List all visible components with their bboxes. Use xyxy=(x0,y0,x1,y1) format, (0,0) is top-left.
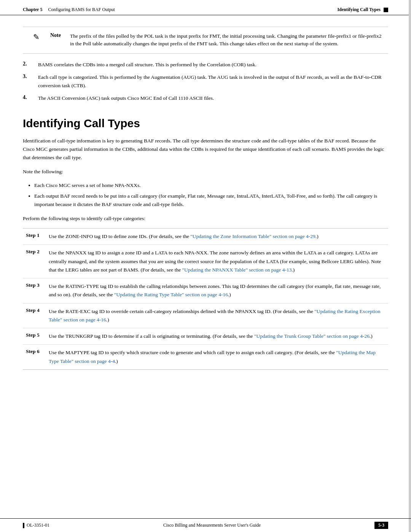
header-chapter-title: Configuring BAMS for BAF Output xyxy=(48,7,115,12)
step-3-link[interactable]: "Updating the Rating Type Table" section… xyxy=(114,292,228,297)
step-2-text-after: .) xyxy=(292,267,295,273)
step-4-content: Use the RATE-EXC tag ID to override cert… xyxy=(49,303,388,328)
item-4-num: 4. xyxy=(23,94,31,101)
step-5-label: Step 5 xyxy=(23,328,49,345)
step-3-label: Step 3 xyxy=(23,278,49,304)
page: Chapter 5 Configuring BAMS for BAF Outpu… xyxy=(0,0,411,532)
step-row-1: Step 1 Use the ZONE-INFO tag ID to defin… xyxy=(23,228,388,245)
step-5-link[interactable]: "Updating the Trunk Group Table" section… xyxy=(254,333,370,339)
step-1-link[interactable]: "Updating the Zone Information Table" se… xyxy=(190,233,315,239)
step-6-text-after: .) xyxy=(115,358,118,364)
step-5-text-before: Use the TRUNKGRP tag ID to determine if … xyxy=(49,333,254,339)
item-3-text: Each call type is categorized. This is p… xyxy=(38,73,388,89)
steps-table: Step 1 Use the ZONE-INFO tag ID to defin… xyxy=(23,228,388,370)
step-4-text-before: Use the RATE-EXC tag ID to override cert… xyxy=(49,308,314,314)
item-4-text: The ASCII Conversion (ASC) task outputs … xyxy=(38,94,214,102)
footer-left: OL-3351-01 xyxy=(23,522,49,528)
step-1-label: Step 1 xyxy=(23,228,49,245)
step-1-text-before: Use the ZONE-INFO tag ID to define zone … xyxy=(49,233,190,239)
step-4-label: Step 4 xyxy=(23,303,49,328)
numbered-item-2: 2. BAMS correlates the CDBs into a merge… xyxy=(23,61,388,69)
header-section-title: Identifying Call Types xyxy=(337,7,381,13)
note-text: The prefix of the files polled by the PO… xyxy=(70,32,382,48)
step-6-content: Use the MAPTYPE tag ID to specify which … xyxy=(49,345,388,370)
step-row-5: Step 5 Use the TRUNKGRP tag ID to determ… xyxy=(23,328,388,345)
note-following-text: Note the following: xyxy=(23,168,388,176)
right-accent-bar xyxy=(409,0,411,532)
perform-text: Perform the following steps to identify … xyxy=(23,214,388,223)
note-label: Note xyxy=(50,32,65,38)
step-3-text-after: .) xyxy=(228,292,231,297)
footer-bar-icon xyxy=(23,523,24,528)
page-footer: OL-3351-01 Cisco Billing and Measurement… xyxy=(0,518,411,532)
header-square-icon xyxy=(384,8,388,12)
note-pencil-icon: ✎ xyxy=(29,32,43,42)
chapter-label: Chapter 5 xyxy=(23,7,42,12)
intro-paragraph: Identification of call-type information … xyxy=(23,137,388,162)
numbered-item-4: 4. The ASCII Conversion (ASC) task outpu… xyxy=(23,94,388,102)
numbered-list: 2. BAMS correlates the CDBs into a merge… xyxy=(23,61,388,102)
step-1-content: Use the ZONE-INFO tag ID to define zone … xyxy=(49,228,388,245)
step-row-3: Step 3 Use the RATING-TYPE tag ID to est… xyxy=(23,278,388,304)
section-heading: Identifying Call Types xyxy=(23,113,388,130)
footer-page-number: 5-3 xyxy=(374,522,388,529)
step-5-content: Use the TRUNKGRP tag ID to determine if … xyxy=(49,328,388,345)
step-row-6: Step 6 Use the MAPTYPE tag ID to specify… xyxy=(23,345,388,370)
step-2-label: Step 2 xyxy=(23,245,49,278)
step-2-content: Use the NPANXX tag ID to assign a zone I… xyxy=(49,245,388,278)
bullet-list: Each Cisco MGC serves a set of home NPA-… xyxy=(34,181,388,209)
note-box: ✎ Note The prefix of the files polled by… xyxy=(23,27,388,54)
step-6-text-before: Use the MAPTYPE tag ID to specify which … xyxy=(49,350,336,355)
page-header: Chapter 5 Configuring BAMS for BAF Outpu… xyxy=(0,0,411,15)
header-right: Identifying Call Types xyxy=(337,7,388,13)
step-4-text-after: .) xyxy=(106,317,109,323)
step-6-label: Step 6 xyxy=(23,345,49,370)
step-row-4: Step 4 Use the RATE-EXC tag ID to overri… xyxy=(23,303,388,328)
bullet-item-2: Each output BAF record needs to be put i… xyxy=(34,192,388,209)
item-2-text: BAMS correlates the CDBs into a merged c… xyxy=(38,61,256,69)
main-content: ✎ Note The prefix of the files polled by… xyxy=(0,15,411,398)
item-3-num: 3. xyxy=(23,73,31,80)
footer-doc-id: OL-3351-01 xyxy=(27,522,49,528)
step-5-text-after: .) xyxy=(370,333,373,339)
step-1-text-after: .) xyxy=(315,233,319,239)
footer-doc-title: Cisco Billing and Measurements Server Us… xyxy=(163,522,261,528)
step-2-link[interactable]: "Updating the NPANXX Table" section on p… xyxy=(182,267,292,273)
numbered-item-3: 3. Each call type is categorized. This i… xyxy=(23,73,388,89)
step-3-content: Use the RATING-TYPE tag ID to establish … xyxy=(49,278,388,304)
step-row-2: Step 2 Use the NPANXX tag ID to assign a… xyxy=(23,245,388,278)
bullet-item-1: Each Cisco MGC serves a set of home NPA-… xyxy=(34,181,388,190)
item-2-num: 2. xyxy=(23,61,31,67)
header-left: Chapter 5 Configuring BAMS for BAF Outpu… xyxy=(23,7,115,13)
